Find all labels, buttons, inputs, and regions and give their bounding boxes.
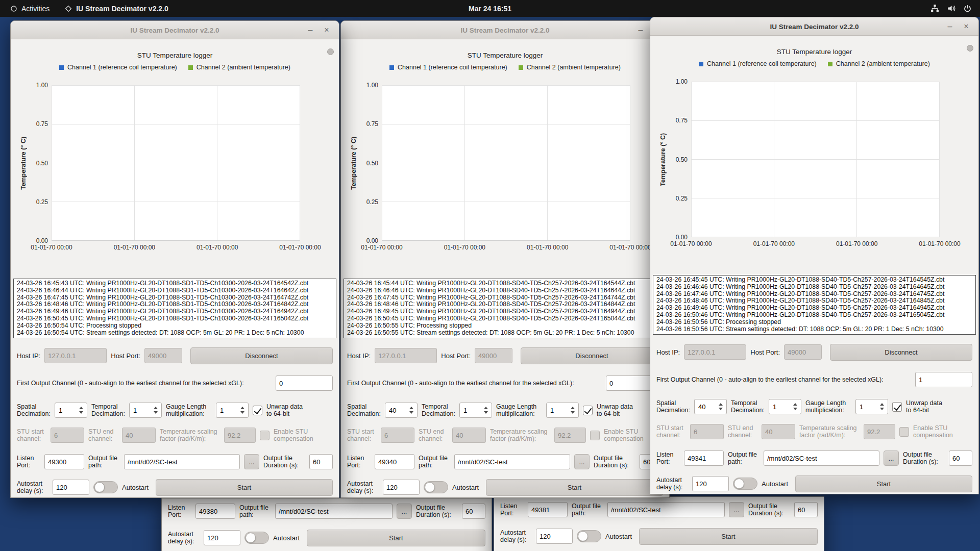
listen-port-input[interactable] [684, 450, 724, 466]
spatial-decimation-input[interactable] [698, 403, 718, 411]
chart-legend: Channel 1 (reference coil temperature) C… [18, 63, 332, 72]
disconnect-button[interactable]: Disconnect [830, 344, 972, 361]
gauge-length-spinner[interactable] [546, 403, 579, 418]
y-tick: 0.75 [36, 120, 48, 128]
autostart-delay-input[interactable] [692, 476, 729, 491]
spinner-arrows-icon[interactable] [408, 407, 414, 414]
output-path-input[interactable] [764, 450, 879, 466]
window-titlebar[interactable]: IU Stream Decimator v2.2.0 – × [341, 21, 669, 39]
temporal-decimation-input[interactable] [773, 403, 792, 411]
spinner-arrows-icon[interactable] [879, 403, 885, 410]
y-tick: 1.00 [676, 78, 688, 85]
disconnect-button[interactable]: Disconnect [190, 347, 333, 364]
disconnect-button[interactable]: Disconnect [521, 347, 663, 364]
unwrap-checkbox[interactable] [583, 406, 593, 415]
settings-form: Host IP: Host Port: Disconnect First Out… [341, 338, 669, 497]
start-button[interactable]: Start [156, 479, 333, 496]
autostart-toggle[interactable] [577, 530, 601, 542]
spinner-arrows-icon[interactable] [483, 407, 489, 414]
output-duration-input[interactable] [794, 502, 818, 517]
autostart-delay-input[interactable] [383, 480, 420, 495]
temporal-decimation-input[interactable] [463, 407, 483, 414]
autostart-toggle[interactable] [244, 532, 269, 544]
unwrap-checkbox[interactable] [253, 406, 262, 415]
autostart-toggle[interactable] [733, 478, 757, 490]
temporal-decimation-spinner[interactable] [129, 403, 162, 418]
autostart-delay-input[interactable] [204, 530, 240, 545]
legend-channel2-label: Channel 2 (ambient temperature) [836, 60, 930, 67]
gauge-length-input[interactable] [220, 407, 239, 414]
spatial-decimation-spinner[interactable] [55, 403, 87, 418]
clock-button[interactable]: Mar 24 16:51 [469, 5, 511, 13]
autostart-row: Autostart delay (s): Autostart Start [17, 477, 333, 497]
output-duration-input[interactable] [309, 454, 333, 469]
autostart-delay-input[interactable] [536, 529, 573, 544]
first-output-channel-input[interactable] [915, 372, 972, 387]
spatial-decimation-input[interactable] [59, 407, 78, 414]
gauge-length-spinner[interactable] [216, 403, 249, 418]
system-menu-button[interactable] [930, 4, 980, 13]
minimize-button[interactable]: – [943, 17, 957, 36]
spinner-arrows-icon[interactable] [718, 403, 724, 410]
spinner-arrows-icon[interactable] [153, 407, 159, 414]
spatial-decimation-spinner[interactable] [694, 399, 727, 414]
spinner-arrows-icon[interactable] [78, 407, 84, 414]
browse-button[interactable]: ... [574, 454, 590, 469]
x-tick: 01-01-70 00:00 [279, 244, 321, 251]
browse-button[interactable]: ... [884, 450, 899, 466]
spatial-decimation-input[interactable] [389, 407, 408, 414]
listen-port-input[interactable] [44, 454, 84, 469]
browse-button[interactable]: ... [729, 502, 744, 517]
unwrap-checkbox[interactable] [892, 402, 902, 412]
log-output[interactable]: 24-03-26 16:45:43 UTC: Writing PR1000Hz-… [13, 279, 336, 338]
app-menu-button[interactable]: IU Stream Decimator v2.2.0 [61, 3, 173, 15]
autostart-toggle[interactable] [93, 481, 118, 493]
output-duration-input[interactable] [462, 504, 485, 519]
spatial-decimation-spinner[interactable] [385, 403, 418, 418]
activities-icon [10, 5, 17, 12]
start-button[interactable]: Start [795, 475, 972, 492]
start-button[interactable]: Start [307, 530, 485, 546]
enable-stu-checkbox [260, 431, 270, 440]
gauge-length-input[interactable] [860, 403, 879, 411]
log-output[interactable]: 24-03-26 16:45:44 UTC: Writing PR1000Hz-… [344, 279, 667, 338]
window-title: IU Stream Decimator v2.2.0 [650, 17, 978, 36]
listen-port-input[interactable] [375, 454, 414, 469]
temporal-decimation-spinner[interactable] [459, 403, 492, 418]
plot-canvas [691, 82, 940, 237]
output-path-input[interactable] [275, 504, 393, 519]
close-button[interactable]: × [320, 21, 334, 39]
first-output-channel-input[interactable] [276, 375, 333, 391]
listen-port-input[interactable] [195, 504, 235, 519]
listen-port-input[interactable] [528, 502, 568, 517]
autostart-delay-input[interactable] [53, 480, 89, 495]
autostart-toggle[interactable] [424, 481, 448, 493]
host-ip-label: Host IP: [347, 352, 371, 360]
settings-form: Host IP: Host Port: Disconnect First Out… [650, 335, 978, 494]
host-ip-input [684, 344, 746, 360]
spinner-arrows-icon[interactable] [792, 403, 798, 410]
output-path-input[interactable] [607, 502, 725, 517]
start-button[interactable]: Start [639, 528, 818, 545]
temperature-scaling-label: Temperature scaling factor (rad/K/m): [799, 424, 860, 439]
temporal-decimation-spinner[interactable] [769, 399, 801, 414]
browse-button[interactable]: ... [397, 504, 412, 519]
gauge-length-spinner[interactable] [855, 399, 888, 414]
output-duration-input[interactable] [949, 450, 972, 466]
spinner-arrows-icon[interactable] [570, 407, 576, 414]
gauge-length-input[interactable] [550, 407, 570, 414]
temporal-decimation-input[interactable] [133, 407, 153, 414]
window-titlebar[interactable]: IU Stream Decimator v2.2.0 – × [650, 17, 978, 36]
output-path-input[interactable] [124, 454, 240, 469]
minimize-button[interactable]: – [633, 21, 648, 39]
close-button[interactable]: × [959, 17, 973, 36]
window-titlebar[interactable]: IU Stream Decimator v2.2.0 – × [11, 21, 339, 39]
first-output-channel-row: First Output Channel (0 - auto-align to … [656, 370, 972, 389]
minimize-button[interactable]: – [303, 21, 317, 39]
spinner-arrows-icon[interactable] [239, 407, 246, 414]
activities-button[interactable]: Activities [6, 3, 54, 15]
start-button[interactable]: Start [486, 479, 663, 496]
output-path-input[interactable] [454, 454, 570, 469]
log-output[interactable]: 24-03-26 16:45:45 UTC: Writing PR1000Hz-… [653, 275, 976, 335]
browse-button[interactable]: ... [244, 454, 259, 469]
